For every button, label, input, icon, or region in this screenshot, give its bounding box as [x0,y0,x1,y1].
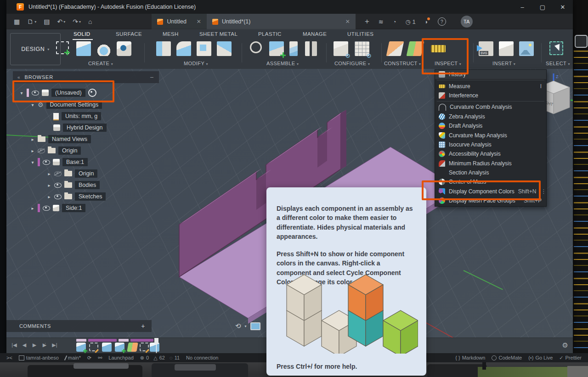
language-mode[interactable]: { }Markdown [455,355,485,360]
notifications-bell-icon[interactable]: ◗ [425,18,429,25]
tab-utilities[interactable]: UTILITIES [347,31,373,39]
tab-solid[interactable]: SOLID [74,31,90,39]
group-construct[interactable]: CONSTRUCT ▾ [384,61,421,66]
menu-item-interference[interactable]: Interference [435,91,546,100]
tree-row-base1[interactable]: ▾ Base:1 [30,157,88,167]
menu-item-center-of-mass[interactable]: Center of Mass [435,177,546,186]
chevron-down-icon[interactable]: ▾ [245,324,247,328]
visibility-eye-icon[interactable] [43,160,50,165]
configuration-table-icon[interactable] [355,41,369,56]
status-user[interactable]: tamrat-anbeso [19,355,59,360]
group-modify[interactable]: MODIFY ▾ [184,61,208,66]
maximize-button[interactable]: ▢ [532,0,553,14]
tree-row-origin[interactable]: ▸ Origin [30,146,81,156]
look-at-icon[interactable] [250,322,260,330]
group-select[interactable]: SELECT ▾ [546,61,570,66]
timeline-group-bar[interactable] [88,339,117,342]
new-component-icon[interactable] [269,41,284,56]
joint-origin-icon[interactable] [305,41,317,56]
save-icon[interactable]: ▤ [44,18,50,25]
visibility-eye-icon[interactable] [54,183,62,188]
go-to-end-icon[interactable]: ▶| [50,342,60,348]
menu-item-draft[interactable]: Draft Analysis [435,121,546,130]
timeline-group-bar[interactable] [76,339,86,342]
step-forward-icon[interactable]: ▶̇ [40,342,50,348]
doc-tab-untitled[interactable]: Untitled ✕ [152,14,206,29]
tab-close-icon[interactable]: ✕ [197,18,201,25]
chevron-right-icon[interactable]: ▸ [47,171,51,176]
remote-indicator[interactable]: >< [6,355,12,360]
chevron-down-icon[interactable]: ▾ [30,160,35,165]
group-insert[interactable]: INSERT ▾ [492,61,515,66]
offset-plane-icon[interactable] [407,41,424,56]
home-icon[interactable]: ⌂ [88,18,92,25]
insert-svg-icon[interactable] [479,41,493,56]
go-to-start-icon[interactable]: |◀ [9,342,19,348]
section-analysis-icon[interactable] [451,41,466,56]
extensions-icon[interactable]: ◔ [393,18,396,25]
go-live[interactable]: (•)Go Live [528,355,553,360]
shell-icon[interactable] [197,41,211,56]
tree-row-hybrid-design[interactable]: Hybrid Design [53,123,107,133]
measure-icon[interactable] [431,45,446,52]
app-grid-icon[interactable]: ▦ [14,18,20,25]
more-options-kebab-icon[interactable]: ⋮ [541,188,546,195]
launchpad[interactable]: Launchpad [108,355,133,360]
menu-item-curvature-comb[interactable]: Curvature Comb Analysis [435,102,546,112]
minimize-panel-icon[interactable]: – [150,74,153,80]
construct-plane-icon[interactable] [386,41,404,56]
menu-item-zebra[interactable]: Zebra Analysis [435,112,546,121]
chevron-right-icon[interactable]: ▸ [30,206,35,211]
tab-manage[interactable]: MANAGE [303,31,327,39]
timeline-feature-sketch[interactable] [89,343,98,351]
connection-status[interactable]: No connection [186,355,218,360]
browser-header[interactable]: « BROWSER – [13,71,159,83]
visibility-eye-icon[interactable] [43,206,50,211]
tab-sheet-metal[interactable]: SHEET METAL [199,31,237,39]
step-back-icon[interactable]: ◀ [19,342,29,348]
orbit-icon[interactable]: ⟲ [235,322,241,330]
select-tool-icon[interactable] [549,41,563,55]
timeline-group-bar[interactable] [130,339,153,342]
timeline-feature-sketch[interactable] [140,343,149,351]
press-pull-icon[interactable] [156,41,171,56]
chevron-right-icon[interactable]: ▸ [30,137,35,142]
timeline-feature-extrude[interactable] [115,343,124,352]
activate-radio-icon[interactable] [88,89,96,97]
group-inspect[interactable]: INSPECT ▾ [435,61,461,66]
split-editor-icon[interactable] [575,35,588,48]
timeline-settings-gear-icon[interactable]: ⚙ [562,341,568,349]
insert-mesh-icon[interactable] [499,41,514,56]
tab-surface[interactable]: SURFACE [116,31,142,39]
chevron-right-icon[interactable]: ▸ [47,194,51,199]
menu-item-measure[interactable]: Measure I [435,81,546,90]
doc-tab-untitled-1-active[interactable]: Untitled*(1) ✕ [207,14,356,29]
chevron-down-icon[interactable]: ▾ [30,102,35,107]
timeline-group-bar[interactable] [119,339,129,342]
timeline-feature-extrude[interactable] [102,343,112,352]
joint-icon[interactable] [289,41,298,56]
tree-row-side1[interactable]: ▸ Side:1 [30,203,85,213]
menu-item-isocurve[interactable]: Isocurve Analysis [435,140,546,149]
clock-icon[interactable]: ◷ 1 [406,18,416,25]
design-workspace-dropdown[interactable]: DESIGN ▾ [10,33,61,65]
chevron-down-icon[interactable]: ▾ [19,90,24,96]
revolve-icon[interactable] [96,41,111,56]
ports-icon[interactable]: ⚯ [98,355,102,361]
tree-row-unsaved[interactable]: ▾ (Unsaved) [19,88,96,98]
git-branch[interactable]: main* [65,355,81,360]
tab-mesh[interactable]: MESH [163,31,179,39]
visibility-eye-off-icon[interactable] [54,171,62,176]
tree-row-bodies[interactable]: ▸ Bodies [47,180,100,190]
visibility-eye-icon[interactable] [32,90,39,96]
chevron-right-icon[interactable]: ▸ [30,148,35,153]
configure-box-icon[interactable] [334,41,348,56]
insert-derive-icon[interactable] [248,39,265,56]
group-create[interactable]: CREATE ▾ [88,61,113,66]
visibility-eye-icon[interactable] [54,194,62,199]
menu-item-display-component-colors[interactable]: Display Component Colors Shift+N ⋮ [435,187,546,196]
timeline-feature-plane[interactable] [127,343,138,352]
create-sketch-icon[interactable] [56,41,69,54]
collapse-icon[interactable]: « [17,75,20,80]
tree-row-named-views[interactable]: ▸ Named Views [30,134,91,144]
